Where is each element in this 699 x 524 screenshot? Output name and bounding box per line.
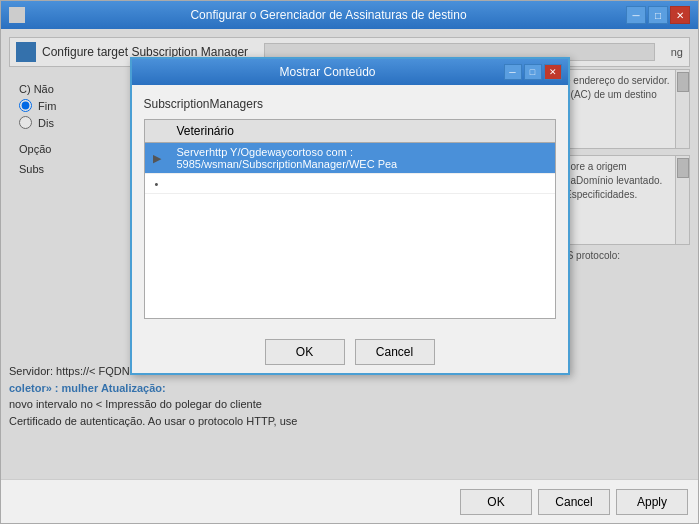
ok-button[interactable]: OK (460, 489, 532, 515)
main-window-icon (9, 7, 25, 23)
modal-cancel-button[interactable]: Cancel (355, 339, 435, 365)
modal-table-container: Veterinário ▶ Serverhttp Y/Ogdewaycortos… (144, 119, 556, 319)
modal-controls: ─ □ ✕ (504, 64, 562, 80)
modal-minimize-button[interactable]: ─ (504, 64, 522, 80)
table-cell-value: Serverhttp Y/Ogdewaycortoso com : 5985/w… (169, 143, 555, 174)
server-col2: 5985/wsman/SubscriptionManager/WEC Pea (177, 158, 398, 170)
empty-cell (169, 174, 555, 194)
modal-title-bar: Mostrar Conteúdo ─ □ ✕ (132, 59, 568, 85)
cancel-button[interactable]: Cancel (538, 489, 610, 515)
col-veterinario-header: Veterinário (169, 120, 555, 143)
bottom-bar: OK Cancel Apply (1, 479, 698, 523)
main-title-bar: Configurar o Gerenciador de Assinaturas … (1, 1, 698, 29)
modal-close-button[interactable]: ✕ (544, 64, 562, 80)
modal-maximize-button[interactable]: □ (524, 64, 542, 80)
server-col1: Serverhttp Y/Ogdewaycortoso com : (177, 146, 354, 158)
modal-section-title: SubscriptionManagers (144, 97, 556, 111)
minimize-button[interactable]: ─ (626, 6, 646, 24)
modal-title-text: Mostrar Conteúdo (152, 65, 504, 79)
modal-table-wrapper: Veterinário ▶ Serverhttp Y/Ogdewaycortos… (144, 119, 556, 319)
main-title-text: Configurar o Gerenciador de Assinaturas … (31, 8, 626, 22)
row-arrow-icon: ▶ (145, 143, 169, 174)
close-button[interactable]: ✕ (670, 6, 690, 24)
modal-body: SubscriptionManagers Veterinário (132, 85, 568, 331)
table-row[interactable]: ▶ Serverhttp Y/Ogdewaycortoso com : 5985… (145, 143, 555, 174)
main-content-area: Configure target Subscription Manager ng… (1, 29, 698, 479)
table-row-empty[interactable]: • (145, 174, 555, 194)
modal-ok-button[interactable]: OK (265, 339, 345, 365)
modal-table: Veterinário ▶ Serverhttp Y/Ogdewaycortos… (145, 120, 555, 194)
col-arrow-header (145, 120, 169, 143)
modal-window: Mostrar Conteúdo ─ □ ✕ SubscriptionManag… (130, 57, 570, 375)
apply-button[interactable]: Apply (616, 489, 688, 515)
modal-footer: OK Cancel (132, 331, 568, 373)
empty-arrow: • (145, 174, 169, 194)
title-bar-controls: ─ □ ✕ (626, 6, 690, 24)
main-window: Configurar o Gerenciador de Assinaturas … (0, 0, 699, 524)
modal-overlay: Mostrar Conteúdo ─ □ ✕ SubscriptionManag… (1, 29, 698, 479)
maximize-button[interactable]: □ (648, 6, 668, 24)
